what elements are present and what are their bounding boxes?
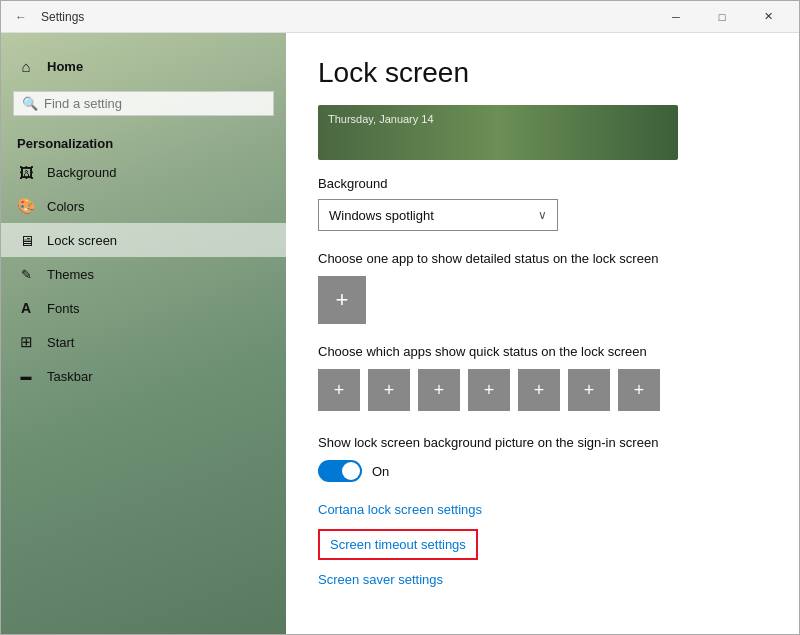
lock-screen-icon: 🖥 <box>17 231 35 249</box>
plus-icon-5: + <box>534 380 545 401</box>
search-box[interactable]: 🔍 <box>13 91 274 116</box>
background-dropdown-value: Windows spotlight <box>329 208 434 223</box>
sidebar-item-background[interactable]: 🖼 Background <box>1 155 286 189</box>
sidebar-themes-label: Themes <box>47 267 94 282</box>
plus-icon-1: + <box>334 380 345 401</box>
titlebar-title: Settings <box>41 10 84 24</box>
dropdown-arrow-icon: ∨ <box>538 208 547 222</box>
add-detailed-icon: + <box>336 287 349 313</box>
page-title: Lock screen <box>318 57 767 89</box>
toggle-label: On <box>372 464 389 479</box>
screen-timeout-link[interactable]: Screen timeout settings <box>318 529 478 560</box>
quick-status-btn-7[interactable]: + <box>618 369 660 411</box>
plus-icon-7: + <box>634 380 645 401</box>
plus-icon-4: + <box>484 380 495 401</box>
content-area: ⌂ Home 🔍 Personalization 🖼 Background 🎨 … <box>1 33 799 634</box>
quick-status-btn-5[interactable]: + <box>518 369 560 411</box>
sidebar-background-label: Background <box>47 165 116 180</box>
main-content: Lock screen Thursday, January 14 Backgro… <box>286 33 799 634</box>
sidebar: ⌂ Home 🔍 Personalization 🖼 Background 🎨 … <box>1 33 286 634</box>
settings-window: ← Settings ─ □ ✕ ⌂ Home 🔍 Personalizatio… <box>0 0 800 635</box>
plus-icon-3: + <box>434 380 445 401</box>
titlebar-controls: ─ □ ✕ <box>653 1 791 33</box>
back-button[interactable]: ← <box>9 5 33 29</box>
signin-section: Show lock screen background picture on t… <box>318 435 767 482</box>
toggle-row: On <box>318 460 767 482</box>
quick-status-btn-2[interactable]: + <box>368 369 410 411</box>
sidebar-item-start[interactable]: ⊞ Start <box>1 325 286 359</box>
sidebar-start-label: Start <box>47 335 74 350</box>
quick-status-btn-3[interactable]: + <box>418 369 460 411</box>
sidebar-item-taskbar[interactable]: ▬ Taskbar <box>1 359 286 393</box>
sidebar-section-label: Personalization <box>1 128 286 155</box>
sidebar-item-themes[interactable]: ✎ Themes <box>1 257 286 291</box>
preview-date: Thursday, January 14 <box>328 113 434 125</box>
quick-status-label: Choose which apps show quick status on t… <box>318 344 767 359</box>
quick-status-btn-6[interactable]: + <box>568 369 610 411</box>
sidebar-lock-screen-label: Lock screen <box>47 233 117 248</box>
background-section-label: Background <box>318 176 767 191</box>
maximize-button[interactable]: □ <box>699 1 745 33</box>
plus-icon-6: + <box>584 380 595 401</box>
titlebar-left: ← Settings <box>9 5 84 29</box>
start-icon: ⊞ <box>17 333 35 351</box>
add-detailed-status-button[interactable]: + <box>318 276 366 324</box>
close-button[interactable]: ✕ <box>745 1 791 33</box>
titlebar: ← Settings ─ □ ✕ <box>1 1 799 33</box>
taskbar-icon: ▬ <box>17 367 35 385</box>
quick-status-row: + + + + + + + <box>318 369 767 411</box>
toggle-knob <box>342 462 360 480</box>
quick-status-btn-1[interactable]: + <box>318 369 360 411</box>
background-dropdown[interactable]: Windows spotlight ∨ <box>318 199 558 231</box>
search-icon: 🔍 <box>22 96 38 111</box>
detailed-status-label: Choose one app to show detailed status o… <box>318 251 767 266</box>
signin-toggle[interactable] <box>318 460 362 482</box>
sidebar-item-fonts[interactable]: A Fonts <box>1 291 286 325</box>
sidebar-header: ⌂ Home <box>1 33 286 91</box>
cortana-link[interactable]: Cortana lock screen settings <box>318 502 767 517</box>
plus-icon-2: + <box>384 380 395 401</box>
colors-icon: 🎨 <box>17 197 35 215</box>
background-icon: 🖼 <box>17 163 35 181</box>
themes-icon: ✎ <box>17 265 35 283</box>
minimize-button[interactable]: ─ <box>653 1 699 33</box>
sidebar-item-colors[interactable]: 🎨 Colors <box>1 189 286 223</box>
screensaver-link[interactable]: Screen saver settings <box>318 572 767 587</box>
home-icon: ⌂ <box>17 57 35 75</box>
sidebar-item-home[interactable]: ⌂ Home <box>17 49 270 83</box>
fonts-icon: A <box>17 299 35 317</box>
lock-screen-preview: Thursday, January 14 <box>318 105 678 160</box>
sidebar-colors-label: Colors <box>47 199 85 214</box>
sidebar-taskbar-label: Taskbar <box>47 369 93 384</box>
sidebar-home-label: Home <box>47 59 83 74</box>
sidebar-item-lock-screen[interactable]: 🖥 Lock screen <box>1 223 286 257</box>
search-input[interactable] <box>44 96 265 111</box>
signin-label: Show lock screen background picture on t… <box>318 435 767 450</box>
quick-status-btn-4[interactable]: + <box>468 369 510 411</box>
sidebar-fonts-label: Fonts <box>47 301 80 316</box>
